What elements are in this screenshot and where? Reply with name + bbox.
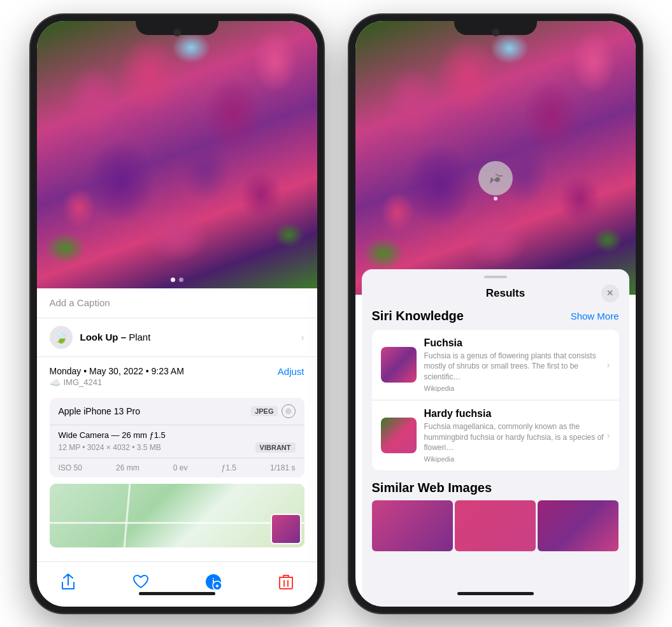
leaf-icon: 🍃 (54, 330, 68, 344)
siri-knowledge-section-header: Siri Knowledge Show More (372, 309, 619, 323)
similar-section-title: Similar Web Images (372, 481, 619, 495)
hardy-desc: Fuchsia magellanica, commonly known as t… (424, 421, 610, 453)
fuchsia-chevron-icon: › (607, 360, 610, 370)
fuchsia-source: Wikipedia (424, 384, 610, 392)
map-background (50, 484, 304, 547)
cloud-icon: ☁️ (50, 377, 61, 388)
map-area (50, 484, 304, 547)
info-panel: Add a Caption 🍃 Look Up – Plant › Monday… (37, 288, 317, 561)
camera-device-name: Apple iPhone 13 Pro (59, 406, 140, 416)
map-thumb-image (272, 515, 300, 543)
hardy-text: Hardy fuchsia Fuchsia magellanica, commo… (424, 408, 610, 463)
date-row: Monday • May 30, 2022 • 9:23 AM ☁️ IMG_4… (37, 357, 317, 391)
camera-block: Apple iPhone 13 Pro JPEG ◎ Wide Camera —… (50, 398, 304, 477)
lookup-icon-wrap: 🍃 (50, 326, 73, 349)
left-phone-screen: Add a Caption 🍃 Look Up – Plant › Monday… (37, 21, 317, 607)
lookup-row[interactable]: 🍃 Look Up – Plant › (37, 318, 317, 357)
svg-rect-4 (280, 577, 292, 589)
right-home-indicator (457, 592, 534, 595)
camera-dot (173, 29, 181, 36)
photo-area (37, 21, 317, 288)
vibrant-badge: VIBRANT (255, 442, 296, 453)
results-title: Results (410, 287, 601, 300)
siri-dot (494, 197, 497, 201)
siri-knowledge-title: Siri Knowledge (372, 309, 464, 323)
ev-value: 0 ev (173, 463, 188, 472)
map-thumbnail (271, 514, 301, 544)
caption-area[interactable]: Add a Caption (37, 288, 317, 318)
aperture-value: ƒ1.5 (222, 463, 236, 472)
right-camera-dot (492, 29, 499, 36)
photo-dot-2 (179, 278, 183, 282)
iso-value: ISO 50 (59, 463, 82, 472)
camera-badges: JPEG ◎ (251, 404, 295, 418)
scene: Add a Caption 🍃 Look Up – Plant › Monday… (0, 0, 672, 627)
similar-images (372, 500, 619, 551)
location-icon: ◎ (282, 404, 296, 418)
map-road-2 (50, 522, 304, 524)
mp-info: 12 MP • 3024 × 4032 • 3.5 MB (59, 443, 161, 452)
home-indicator (139, 592, 215, 595)
fuchsia-text: Fuchsia Fuchsia is a genus of flowering … (424, 337, 610, 392)
lookup-bold: Look Up – (80, 332, 127, 342)
hardy-thumbnail (381, 418, 417, 453)
lookup-regular: Plant (126, 332, 150, 342)
bottom-toolbar: i ✦ (37, 561, 317, 607)
date-sub: ☁️ IMG_4241 (50, 377, 184, 388)
favorite-button[interactable] (129, 570, 153, 594)
results-handle (484, 276, 507, 278)
delete-button[interactable] (274, 570, 298, 594)
camera-specs: 12 MP • 3024 × 4032 • 3.5 MB VIBRANT (59, 442, 296, 453)
hardy-chevron-icon: › (607, 430, 610, 440)
similar-section: Similar Web Images (372, 481, 619, 551)
camera-row-bottom: ISO 50 26 mm 0 ev ƒ1.5 1/181 s (50, 458, 304, 477)
hardy-name: Hardy fuchsia (424, 408, 610, 419)
results-panel: Results ✕ Siri Knowledge Show More (362, 269, 629, 607)
mm-value: 26 mm (116, 463, 139, 472)
results-close-button[interactable]: ✕ (601, 285, 619, 302)
right-flower-image (355, 21, 636, 295)
flower-image (37, 21, 317, 288)
filename: IMG_4241 (64, 377, 103, 387)
camera-wide: Wide Camera — 26 mm ƒ1.5 (59, 430, 296, 440)
knowledge-item-hardy[interactable]: Hardy fuchsia Fuchsia magellanica, commo… (372, 400, 619, 470)
photo-dot-active (171, 278, 175, 282)
right-phone: Results ✕ Siri Knowledge Show More (349, 15, 642, 613)
camera-row-mid: Wide Camera — 26 mm ƒ1.5 12 MP • 3024 × … (50, 425, 304, 458)
right-photo-area (355, 21, 636, 295)
photo-dots (37, 278, 317, 282)
fuchsia-thumbnail (381, 347, 417, 383)
right-phone-screen: Results ✕ Siri Knowledge Show More (355, 21, 636, 607)
fuchsia-desc: Fuchsia is a genus of flowering plants t… (424, 351, 610, 383)
show-more-button[interactable]: Show More (571, 311, 619, 321)
lookup-label: Look Up – Plant (80, 332, 151, 342)
results-content: Siri Knowledge Show More Fuchsia Fuchsia… (362, 309, 629, 607)
similar-image-3[interactable] (538, 500, 618, 551)
fuchsia-name: Fuchsia (424, 337, 610, 349)
date-main: Monday • May 30, 2022 • 9:23 AM (50, 366, 184, 376)
knowledge-card: Fuchsia Fuchsia is a genus of flowering … (372, 330, 619, 471)
adjust-button[interactable]: Adjust (278, 366, 304, 377)
share-button[interactable] (56, 570, 80, 594)
camera-row-top: Apple iPhone 13 Pro JPEG ◎ (50, 398, 304, 425)
similar-image-2[interactable] (455, 500, 536, 551)
lookup-chevron-icon: › (301, 332, 304, 342)
hardy-source: Wikipedia (424, 455, 610, 463)
knowledge-item-fuchsia[interactable]: Fuchsia Fuchsia is a genus of flowering … (372, 330, 619, 400)
info-button[interactable]: i ✦ (201, 570, 225, 594)
caption-placeholder: Add a Caption (50, 297, 110, 308)
jpeg-badge: JPEG (251, 406, 277, 416)
date-info: Monday • May 30, 2022 • 9:23 AM ☁️ IMG_4… (50, 366, 184, 388)
svg-text:✦: ✦ (215, 583, 220, 589)
similar-image-1[interactable] (372, 500, 453, 551)
results-header: Results ✕ (362, 282, 629, 309)
shutter-value: 1/181 s (270, 463, 295, 472)
siri-visual-search-icon (478, 161, 513, 195)
left-phone: Add a Caption 🍃 Look Up – Plant › Monday… (31, 15, 324, 613)
